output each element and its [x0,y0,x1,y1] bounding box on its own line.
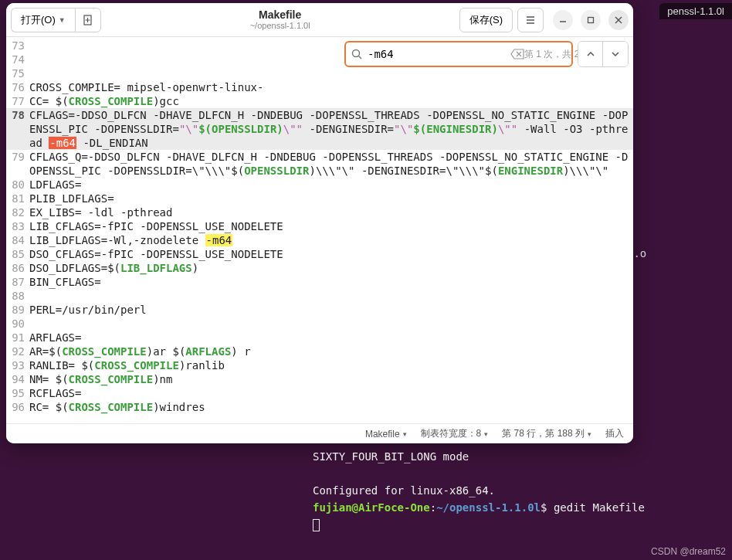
code-line[interactable]: 89PERL=/usr/bin/perl [6,303,633,317]
close-button[interactable] [608,10,629,30]
code-line[interactable]: 77CC= $(CROSS_COMPILE)gcc [6,94,633,108]
open-button[interactable]: 打开(O) ▼ [11,8,75,32]
code-line[interactable]: 82EX_LIBS= -ldl -pthread [6,205,633,219]
line-content: LIB_CFLAGS=-fPIC -DOPENSSL_USE_NODELETE [29,219,633,233]
minimize-icon [559,16,567,24]
hamburger-icon [524,14,537,26]
gedit-window: 打开(O) ▼ Makefile ~/openssl-1.1.0l 保存(S) [6,3,633,443]
line-content [29,66,633,80]
line-content: PLIB_LDFLAGS= [29,192,633,205]
search-icon [351,48,363,60]
titlebar: 打开(O) ▼ Makefile ~/openssl-1.1.0l 保存(S) [6,3,633,37]
code-line[interactable]: 86DSO_LDFLAGS=$(LIB_LDFLAGS) [6,261,633,275]
line-number: 87 [6,275,29,289]
code-line[interactable]: 90 [6,317,633,331]
search-nav [578,41,629,67]
statusbar: Makefile ▾ 制表符宽度：8 ▾ 第 78 行，第 188 列 ▾ 插入 [6,423,633,443]
line-content: DSO_LDFLAGS=$(LIB_LDFLAGS) [29,261,633,275]
line-content: LDFLAGS= [29,178,633,192]
line-number: 90 [6,317,29,331]
new-tab-button[interactable] [75,8,101,32]
terminal-output-line: SIXTY_FOUR_BIT_LONG mode [313,448,732,465]
search-box: 第 1 次，共 2 次出现 [344,41,573,67]
line-content [29,289,633,303]
code-line[interactable]: 94NM= $(CROSS_COMPILE)nm [6,372,633,386]
code-line[interactable]: 75 [6,66,633,80]
code-line[interactable]: 80LDFLAGS= [6,178,633,192]
chevron-down-icon: ▾ [588,430,591,438]
line-content: CROSS_COMPILE= mipsel-openwrt-linux- [29,80,633,94]
chevron-down-icon [611,49,620,59]
line-content: DSO_CFLAGS=-fPIC -DOPENSSL_USE_NODELETE [29,247,633,261]
background-window-tab[interactable]: penssl-1.1.0l [659,3,732,19]
minimize-button[interactable] [553,10,573,30]
watermark: CSDN @dream52 [651,546,726,557]
new-document-icon [82,14,94,26]
line-content: ARFLAGS= [29,331,633,344]
line-number: 75 [6,66,29,80]
status-cursor-position[interactable]: 第 78 行，第 188 列 ▾ [502,427,591,440]
line-number: 78 [6,108,29,150]
line-number: 76 [6,80,29,94]
line-number: 96 [6,400,29,414]
line-number: 89 [6,303,29,317]
line-number: 94 [6,372,29,386]
terminal-command: gedit Makefile [554,501,645,514]
code-line[interactable]: 79CFLAGS_Q=-DDSO_DLFCN -DHAVE_DLFCN_H -D… [6,150,633,178]
code-line[interactable]: 83LIB_CFLAGS=-fPIC -DOPENSSL_USE_NODELET… [6,219,633,233]
backspace-clear-icon[interactable] [510,49,524,59]
status-insert-mode: 插入 [605,427,624,440]
status-language[interactable]: Makefile ▾ [365,429,407,440]
line-number: 92 [6,344,29,358]
line-number: 82 [6,205,29,219]
window-subtitle: ~/openssl-1.1.0l [106,21,455,31]
status-tab-width[interactable]: 制表符宽度：8 ▾ [421,427,489,440]
code-content[interactable]: 73747576CROSS_COMPILE= mipsel-openwrt-li… [6,37,633,414]
maximize-button[interactable] [581,10,601,30]
line-content: CFLAGS_Q=-DDSO_DLFCN -DHAVE_DLFCN_H -DND… [29,150,633,178]
line-content: NM= $(CROSS_COMPILE)nm [29,372,633,386]
line-content: LIB_LDFLAGS=-Wl,-znodelete -m64 [29,233,633,247]
code-line[interactable]: 84LIB_LDFLAGS=-Wl,-znodelete -m64 [6,233,633,247]
search-input[interactable] [363,48,510,60]
line-content: RANLIB= $(CROSS_COMPILE)ranlib [29,358,633,372]
terminal-cursor [313,519,320,531]
code-line[interactable]: 85DSO_CFLAGS=-fPIC -DOPENSSL_USE_NODELET… [6,247,633,261]
line-content: RCFLAGS= [29,386,633,400]
svg-line-11 [359,56,362,59]
status-language-label: Makefile [365,429,400,440]
search-next-button[interactable] [603,42,628,66]
code-line[interactable]: 96RC= $(CROSS_COMPILE)windres [6,400,633,414]
line-content: BIN_CFLAGS= [29,275,633,289]
code-line[interactable]: 78CFLAGS=-DDSO_DLFCN -DHAVE_DLFCN_H -DND… [6,108,633,150]
code-line[interactable]: 92AR=$(CROSS_COMPILE)ar $(ARFLAGS) r [6,344,633,358]
terminal[interactable]: SIXTY_FOUR_BIT_LONG mode Configured for … [313,448,732,533]
line-number: 86 [6,261,29,275]
terminal-output-line: Configured for linux-x86_64. [313,482,732,499]
line-content [29,317,633,331]
chevron-down-icon: ▾ [484,430,488,438]
line-number: 74 [6,53,29,66]
code-line[interactable]: 81PLIB_LDFLAGS= [6,192,633,205]
line-content: RC= $(CROSS_COMPILE)windres [29,400,633,414]
title-center: Makefile ~/openssl-1.1.0l [106,8,455,32]
search-prev-button[interactable] [578,42,603,66]
terminal-blank-line [313,465,732,482]
line-number: 79 [6,150,29,178]
code-line[interactable]: 91ARFLAGS= [6,331,633,344]
line-number: 83 [6,219,29,233]
editor-area[interactable]: 第 1 次，共 2 次出现 73747576CROSS_COMPILE= mip… [6,37,633,423]
line-number: 95 [6,386,29,400]
code-line[interactable]: 76CROSS_COMPILE= mipsel-openwrt-linux- [6,80,633,94]
line-content: CC= $(CROSS_COMPILE)gcc [29,94,633,108]
code-line[interactable]: 93RANLIB= $(CROSS_COMPILE)ranlib [6,358,633,372]
terminal-prompt-line: fujian@AirFoce-One:~/openssl-1.1.0l$ ged… [313,499,732,516]
line-content: PERL=/usr/bin/perl [29,303,633,317]
code-line[interactable]: 95RCFLAGS= [6,386,633,400]
hamburger-menu-button[interactable] [517,8,544,32]
terminal-path: ~/openssl-1.1.0l [436,501,541,514]
code-line[interactable]: 87BIN_CFLAGS= [6,275,633,289]
code-line[interactable]: 88 [6,289,633,303]
terminal-cursor-line [313,516,732,533]
save-button[interactable]: 保存(S) [459,8,513,32]
